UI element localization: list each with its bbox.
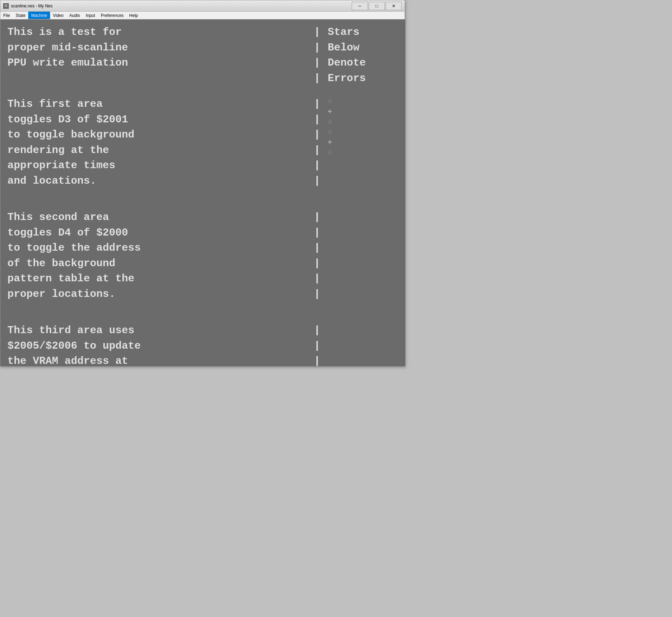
spacer3 xyxy=(7,302,398,323)
menu-input[interactable]: Input xyxy=(83,12,98,19)
window-title: scanline.nes - My Nes xyxy=(11,4,53,8)
title-bar-left: N scanline.nes - My Nes xyxy=(3,3,53,9)
menu-bar: File State Machine Video Audio Input Pre… xyxy=(0,12,405,19)
area3-pipe1: | xyxy=(307,323,328,338)
area1-pipe5: | xyxy=(307,158,328,173)
menu-preferences[interactable]: Preferences xyxy=(98,12,127,19)
minimize-button[interactable]: ─ xyxy=(352,2,368,10)
area2-line2: toggles D4 of $2000 xyxy=(7,225,307,241)
area2-pipe6: | xyxy=(307,287,328,302)
area1-sym1: ♢ xyxy=(328,97,398,107)
area1-pipe-col: | | | | | | xyxy=(307,97,328,189)
header-line1: This is a test for xyxy=(7,25,307,40)
maximize-button[interactable]: □ xyxy=(369,2,385,10)
area1-pipe2: | xyxy=(307,112,328,128)
area1-line2: toggles D3 of $2001 xyxy=(7,112,307,128)
pipe2: | xyxy=(307,40,328,56)
area1-line6: and locations. xyxy=(7,173,307,189)
area2-left: This second area toggles D4 of $2000 to … xyxy=(7,210,307,302)
area3-pipe2: | xyxy=(307,338,328,354)
main-window: N scanline.nes - My Nes ─ □ ✕ File State… xyxy=(0,0,405,367)
area2-pipe2: | xyxy=(307,225,328,241)
header-right1: Stars xyxy=(328,25,398,40)
close-button[interactable]: ✕ xyxy=(386,2,402,10)
header-right2: Below xyxy=(328,40,398,56)
area1-section: This first area toggles D3 of $2001 to t… xyxy=(7,97,398,189)
menu-file[interactable]: File xyxy=(0,12,13,19)
area1-right: ♢ ÷ ♢ ♢ ÷ ♢ xyxy=(328,97,398,158)
area2-line6: proper locations. xyxy=(7,287,307,302)
header-pipe-col: | | | | xyxy=(307,25,328,86)
area1-line3: to toggle background xyxy=(7,127,307,143)
header-right3: Denote xyxy=(328,55,398,71)
area3-pipe-col: | | | | xyxy=(307,323,328,366)
header-left-text: This is a test for proper mid-scanline P… xyxy=(7,25,307,71)
area1-pipe6: | xyxy=(307,173,328,189)
area1-sym5: ÷ xyxy=(328,138,398,148)
area3-section: This third area uses $2005/$2006 to upda… xyxy=(7,323,398,366)
area1-line4: rendering at the xyxy=(7,143,307,158)
area1-line1: This first area xyxy=(7,97,307,112)
pipe4: | xyxy=(307,71,328,86)
spacer2 xyxy=(7,189,398,210)
area2-pipe3: | xyxy=(307,240,328,256)
area3-line1: This third area uses xyxy=(7,323,307,338)
area3-pipe3: | xyxy=(307,354,328,366)
area2-pipe1: | xyxy=(307,210,328,225)
area1-sym2: ÷ xyxy=(328,107,398,117)
area1-sym3: ♢ xyxy=(328,117,398,127)
area2-section: This second area toggles D4 of $2000 to … xyxy=(7,210,398,302)
nes-display: This is a test for proper mid-scanline P… xyxy=(0,19,405,366)
menu-machine[interactable]: Machine xyxy=(28,12,50,19)
area1-pipe1: | xyxy=(307,97,328,112)
area3-left: This third area uses $2005/$2006 to upda… xyxy=(7,323,307,366)
pipe1: | xyxy=(307,25,328,40)
header-right4: Errors xyxy=(328,71,398,86)
menu-state[interactable]: State xyxy=(13,12,28,19)
area1-pipe4: | xyxy=(307,143,328,158)
header-section: This is a test for proper mid-scanline P… xyxy=(7,25,398,86)
header-line3: PPU write emulation xyxy=(7,55,307,71)
area1-line5: appropriate times xyxy=(7,158,307,173)
area2-pipe5: | xyxy=(307,271,328,287)
title-bar-buttons: ─ □ ✕ xyxy=(352,2,402,10)
area2-line4: of the background xyxy=(7,256,307,271)
pipe3: | xyxy=(307,55,328,71)
area2-line5: pattern table at the xyxy=(7,271,307,287)
area1-pipe3: | xyxy=(307,127,328,143)
header-right-text: Stars Below Denote Errors xyxy=(328,25,398,86)
window-icon: N xyxy=(3,3,9,9)
menu-help[interactable]: Help xyxy=(126,12,141,19)
area2-pipe-col: | | | | | | xyxy=(307,210,328,302)
header-line2: proper mid-scanline xyxy=(7,40,307,56)
area1-sym6: ♢ xyxy=(328,148,398,158)
menu-audio[interactable]: Audio xyxy=(66,12,83,19)
menu-video[interactable]: Video xyxy=(50,12,66,19)
area2-pipe4: | xyxy=(307,256,328,271)
area1-left: This first area toggles D3 of $2001 to t… xyxy=(7,97,307,189)
area2-line3: to toggle the address xyxy=(7,240,307,256)
area1-sym4: ♢ xyxy=(328,127,398,138)
area2-line1: This second area xyxy=(7,210,307,225)
title-bar: N scanline.nes - My Nes ─ □ ✕ xyxy=(0,0,405,12)
area3-line3: the VRAM address at xyxy=(7,354,307,366)
area3-line2: $2005/$2006 to update xyxy=(7,338,307,354)
